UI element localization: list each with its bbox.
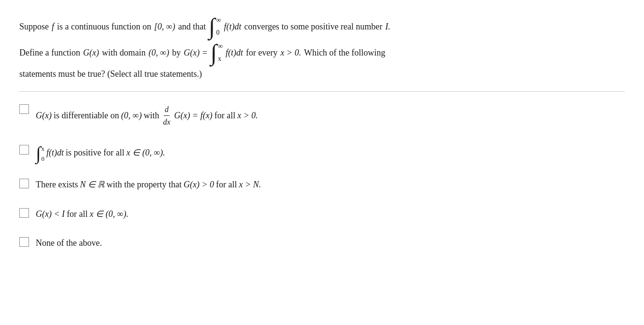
integral2-expr: f(t)dt [226,45,243,60]
question-line2: Define a function G(x) with domain (0, ∞… [19,41,625,65]
option-a-for-all: for all [215,109,235,123]
option-b-upper: x [41,144,44,154]
intro-text: Suppose [19,19,49,34]
option-a-with: with [143,109,159,123]
integral1-expr: f(t)dt [224,19,241,34]
integral1-lower: 0 [216,27,220,39]
question-header: Suppose f is a continuous function on [0… [19,14,625,82]
checkbox-e[interactable] [19,237,29,247]
option-d-domain: x ∈ (0, ∞). [90,207,129,221]
integral1-bounds: ∞ 0 [215,14,221,39]
option-c-N: N ∈ ℝ [80,178,104,192]
option-c-for-all: for all [216,178,237,192]
option-c-with-prop: with the property that [106,178,181,192]
I-label: I. [386,19,391,34]
option-b-content: ∫ x 0 f(t)dt is positive for all x ∈ (0,… [36,144,165,162]
option-d-item: G(x) < I for all x ∈ (0, ∞). [19,205,625,221]
option-a-x-gt-0: x > 0. [237,109,258,123]
checkbox-c[interactable] [19,179,29,188]
option-a-Gx: G(x) [36,109,52,123]
option-e-content: None of the above. [36,236,102,250]
option-b-lower: 0 [41,154,44,164]
option-c-there-exists: There exists [36,178,78,192]
by-text: by [172,45,181,60]
option-e-item: None of the above. [19,234,625,250]
option-a-domain: (0, ∞) [121,109,142,123]
domain1: [0, ∞) [154,19,175,34]
option-a-diff-text: is differentiable on [54,109,119,123]
fraction-denominator: dx [162,116,171,128]
for-every-text: for every [246,45,277,60]
integral2-lower: x [218,53,221,65]
f-label: f [52,19,54,34]
option-b-item: ∫ x 0 f(t)dt is positive for all x ∈ (0,… [19,142,625,162]
checkbox-d[interactable] [19,208,29,218]
integral2-symbol: ∫ [211,41,217,64]
option-e-text: None of the above. [36,236,102,250]
option-a-content: G(x) is differentiable on (0, ∞) with d … [36,103,258,128]
Gx-label: G(x) [83,45,99,60]
x-gt-0: x > 0. [281,45,301,60]
option-d-Gx-lt-I: G(x) < I [36,207,65,221]
option-c-content: There exists N ∈ ℝ with the property tha… [36,178,261,192]
option-d-content: G(x) < I for all x ∈ (0, ∞). [36,207,129,221]
option-a-derivative: d dx G(x) = f(x) [161,103,212,128]
fraction-numerator: d [164,103,170,116]
option-c-Gx-gt: G(x) > 0 [184,178,214,192]
with-domain-text: with domain [102,45,146,60]
option-a-item: G(x) is differentiable on (0, ∞) with d … [19,101,625,128]
question-line1: Suppose f is a continuous function on [0… [19,14,625,39]
option-b-positive: is positive for all [66,146,124,160]
option-b-domain: x ∈ (0, ∞). [126,146,165,160]
integral1-upper: ∞ [216,14,221,26]
option-b-integral: ∫ x 0 [36,144,44,162]
domain2: (0, ∞) [148,45,169,60]
question-line3: statements must be true? (Select all tru… [19,67,625,82]
option-a-Gx2: G(x) = f(x) [174,109,213,123]
integral2: ∫ ∞ x [211,41,223,65]
fraction-d-dx: d dx [162,103,171,128]
option-d-for-all: for all [67,207,87,221]
Gx2-label: G(x) = [184,45,208,60]
option-c-x-gt-N: x > N. [239,178,261,192]
option-b-bounds: x 0 [41,144,44,162]
option-b-expr: f(t)dt [46,146,64,160]
integral1: ∫ ∞ 0 [209,14,221,39]
option-b-int-symbol: ∫ [36,144,41,162]
integral1-symbol: ∫ [209,15,215,38]
converges-text: converges to some positive real number [244,19,382,34]
integral2-bounds: ∞ x [217,41,223,65]
which-text: Which of the following [304,45,385,60]
and-that-text: and that [178,19,206,34]
question-divider [19,91,625,92]
define-text: Define a function [19,45,80,60]
checkbox-b[interactable] [19,145,29,155]
option-c-item: There exists N ∈ ℝ with the property tha… [19,176,625,192]
checkbox-a[interactable] [19,104,29,114]
options-list: G(x) is differentiable on (0, ∞) with d … [19,101,625,251]
integral2-upper: ∞ [218,41,223,52]
statements-text: statements must be true? (Select all tru… [19,69,202,79]
continuous-text: is a continuous function on [57,19,151,34]
